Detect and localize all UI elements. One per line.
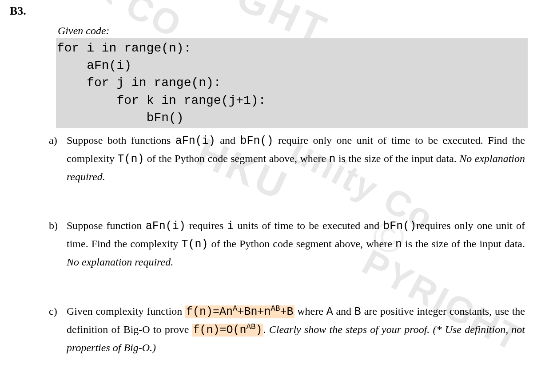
superscript: A	[233, 304, 238, 313]
code-inline: aFn(i)	[146, 220, 186, 233]
code-line: for i in range(n):	[57, 41, 191, 55]
given-code-label: Given code:	[58, 25, 525, 37]
question-parts: a) Suppose both functions aFn(i) and bFn…	[49, 132, 525, 356]
code-line: for k in range(j+1):	[57, 94, 266, 107]
text-run: where	[294, 305, 326, 317]
question-number: B3.	[10, 4, 26, 18]
code-line: aFn(i)	[57, 59, 131, 72]
text-run: is the size of the input data.	[336, 153, 460, 164]
code-inline: f(n)=An	[186, 305, 233, 318]
text-run: Suppose both functions	[67, 135, 175, 146]
code-inline: bFn()	[240, 135, 273, 147]
code-inline: f(n)=O(n	[193, 324, 247, 337]
code-inline: n	[395, 238, 402, 251]
text-run: Given complexity function	[67, 305, 185, 317]
code-inline: B	[354, 305, 361, 318]
part-c-body: Given complexity function f(n)=AnA+Bn+nA…	[67, 303, 525, 356]
text-run: units of time to be executed and	[234, 220, 383, 231]
text-run: of the Python code segment above, where	[144, 153, 329, 164]
code-inline: )	[256, 324, 263, 337]
code-inline: aFn(i)	[175, 135, 215, 147]
code-inline: bFn()	[383, 220, 416, 233]
code-inline: A	[326, 305, 333, 318]
code-line: for j in range(n):	[57, 76, 221, 90]
text-run: Suppose function	[67, 220, 146, 231]
highlighted-formula-2: f(n)=O(nAB)	[192, 324, 263, 337]
code-line: bFn()	[57, 111, 184, 125]
code-inline: i	[227, 220, 234, 233]
text-run: is the size of the input data.	[402, 238, 525, 249]
part-b: b) Suppose function aFn(i) requires i un…	[49, 217, 525, 270]
highlighted-formula-1: f(n)=AnA+Bn+nAB+B	[185, 305, 294, 318]
question-content: Given code: for i in range(n): aFn(i) fo…	[58, 25, 525, 356]
part-a-body: Suppose both functions aFn(i) and bFn() …	[67, 132, 525, 185]
superscript: AB	[247, 322, 256, 331]
part-b-label: b)	[49, 217, 67, 234]
code-inline: T(n)	[117, 153, 144, 166]
text-run: and	[215, 135, 240, 146]
part-a-label: a)	[49, 132, 67, 149]
code-inline: T(n)	[181, 238, 208, 251]
text-run: and	[333, 305, 354, 317]
code-block: for i in range(n): aFn(i) for j in range…	[56, 38, 528, 128]
part-a: a) Suppose both functions aFn(i) and bFn…	[49, 132, 525, 185]
part-c: c) Given complexity function f(n)=AnA+Bn…	[49, 303, 525, 356]
code-inline: n	[329, 153, 335, 166]
code-inline: +Bn+n	[237, 305, 270, 318]
part-c-label: c)	[49, 303, 67, 320]
text-run: of the Python code segment above, where	[208, 238, 395, 249]
text-run: .	[263, 324, 269, 335]
part-b-body: Suppose function aFn(i) requires i units…	[67, 217, 525, 270]
italic-run: No explanation required.	[67, 256, 173, 268]
superscript: AB	[270, 304, 280, 313]
text-run: requires	[186, 220, 227, 231]
code-inline: +B	[280, 305, 293, 318]
